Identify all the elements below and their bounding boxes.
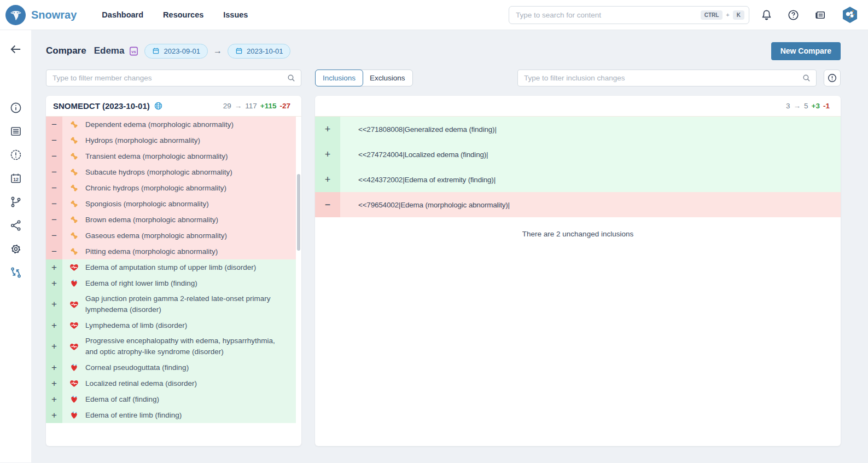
inclusion-change-label: <<79654002|Edema (morphologic abnormalit… (340, 192, 841, 217)
brand-name[interactable]: Snowray (31, 9, 77, 21)
member-change-label: Chronic hydrops (morphologic abnormality… (85, 180, 296, 196)
member-change-row[interactable]: − Subacute hydrops (morphologic abnormal… (46, 164, 296, 180)
change-sign: + (46, 391, 62, 407)
news-button[interactable] (814, 9, 826, 21)
sidebar-item-info[interactable] (9, 101, 22, 114)
bone-icon (62, 148, 85, 164)
help-button[interactable] (787, 9, 800, 21)
member-change-row[interactable]: − Dependent edema (morphologic abnormali… (46, 117, 296, 132)
sidebar-item-settings[interactable] (9, 242, 22, 256)
member-changes-panel: SNOMEDCT (2023-10-01) 29 → 117 +115 -27 (46, 96, 301, 446)
member-change-row[interactable]: + Progressive encephalopathy with edema,… (46, 333, 296, 360)
member-change-row[interactable]: + Gap junction protein gamma 2-related l… (46, 291, 296, 317)
compare-arrow: → (213, 46, 222, 56)
sidebar-item-share[interactable] (9, 219, 22, 232)
inclusion-change-row[interactable]: − <<79654002|Edema (morphologic abnormal… (315, 192, 841, 217)
member-stats: 29 → 117 +115 -27 (223, 102, 290, 110)
user-avatar[interactable] (841, 5, 859, 24)
inclusion-filter[interactable] (517, 70, 817, 86)
member-change-label: Pitting edema (morphologic abnormality) (85, 244, 296, 259)
inclusion-change-row[interactable]: + <<271808008|Generalized edema (finding… (315, 117, 841, 142)
member-change-row[interactable]: − Brown edema (morphologic abnormality) (46, 212, 296, 228)
sidebar-item-documents[interactable] (9, 125, 22, 138)
bone-icon (62, 164, 85, 180)
stat-removed: -27 (279, 102, 290, 110)
sidebar-item-issues[interactable] (9, 148, 22, 161)
tab-exclusions[interactable]: Exclusions (363, 70, 412, 86)
change-sign: + (46, 259, 62, 275)
member-change-row[interactable]: + Lymphedema of limb (disorder) (46, 317, 296, 333)
change-sign: + (46, 375, 62, 391)
change-sign: + (46, 291, 62, 317)
sidebar-item-compare[interactable] (9, 266, 22, 279)
globe-icon[interactable] (154, 101, 163, 111)
nav-link-dashboard[interactable]: Dashboard (102, 10, 143, 19)
member-change-row[interactable]: + Edema of right lower limb (finding) (46, 275, 296, 291)
scrollbar-thumb[interactable] (297, 174, 300, 251)
sidebar-item-calendar[interactable]: 12 (9, 172, 22, 185)
anatomical-heart-icon (62, 391, 85, 407)
member-change-label: Spongiosis (morphologic abnormality) (85, 196, 296, 212)
vs-icon: vs (129, 46, 139, 56)
date-to-label: 2023-10-01 (247, 47, 283, 55)
member-change-row[interactable]: − Chronic hydrops (morphologic abnormali… (46, 180, 296, 196)
calendar-icon (235, 47, 243, 55)
change-sign: + (46, 333, 62, 360)
member-change-row[interactable]: − Transient edema (morphologic abnormali… (46, 148, 296, 164)
search-icon (802, 73, 811, 83)
snowray-logo-icon[interactable] (5, 5, 26, 25)
stat-added: +3 (812, 102, 820, 110)
nav-link-resources[interactable]: Resources (163, 10, 203, 19)
question-circle-icon (787, 9, 800, 21)
member-change-row[interactable]: + Localized retinal edema (disorder) (46, 375, 296, 391)
stat-to: 5 (804, 102, 808, 110)
svg-text:vs: vs (132, 49, 136, 54)
inclusion-change-list: + <<271808008|Generalized edema (finding… (315, 117, 841, 217)
date-from-chip[interactable]: 2023-09-01 (144, 44, 208, 59)
inclusion-info-button[interactable] (824, 70, 841, 86)
member-change-label: Brown edema (morphologic abnormality) (85, 212, 296, 228)
gear-icon (9, 242, 22, 256)
change-sign: + (46, 317, 62, 333)
member-change-label: Dependent edema (morphologic abnormality… (85, 117, 296, 132)
member-change-row[interactable]: + Edema of calf (finding) (46, 391, 296, 407)
member-change-row[interactable]: + Corneal pseudoguttata (finding) (46, 360, 296, 375)
date-to-chip[interactable]: 2023-10-01 (228, 44, 291, 59)
heart-pulse-icon (62, 375, 85, 391)
inclusion-change-row[interactable]: + <<424372002|Edema of extremity (findin… (315, 167, 841, 192)
git-branch-icon (9, 195, 22, 209)
change-sign: + (315, 167, 340, 192)
back-button[interactable] (9, 42, 23, 56)
member-change-label: Edema of calf (finding) (85, 391, 296, 407)
change-sign: − (46, 244, 62, 259)
member-change-row[interactable]: − Spongiosis (morphologic abnormality) (46, 196, 296, 212)
inclusion-change-row[interactable]: + <<274724004|Localized edema (finding)| (315, 142, 841, 167)
tab-inclusions[interactable]: Inclusions (315, 70, 363, 86)
inclusion-stats: 3 → 5 +3 -1 (786, 102, 830, 110)
member-change-row[interactable]: − Gaseous edema (morphologic abnormality… (46, 228, 296, 244)
global-search-input[interactable] (516, 11, 697, 19)
change-sign: + (315, 117, 340, 142)
new-compare-button[interactable]: New Compare (771, 42, 841, 60)
bone-icon (62, 212, 85, 228)
notifications-button[interactable] (760, 9, 773, 21)
member-change-row[interactable]: + Edema of amputation stump of upper lim… (46, 259, 296, 275)
heart-pulse-icon (62, 259, 85, 275)
nav-link-issues[interactable]: Issues (223, 10, 248, 19)
member-filter-input[interactable] (53, 74, 287, 82)
inclusion-filter-input[interactable] (524, 74, 802, 82)
badge-exclamation-icon (9, 148, 22, 161)
bone-icon (62, 117, 85, 132)
member-change-row[interactable]: − Hydrops (morphologic abnormality) (46, 132, 296, 148)
bone-icon (62, 228, 85, 244)
global-search[interactable]: CTRL + K (509, 6, 749, 24)
member-filter[interactable] (46, 70, 301, 86)
inclusion-exclusion-tabs: Inclusions Exclusions (315, 70, 413, 86)
member-change-row[interactable]: − Pitting edema (morphologic abnormality… (46, 244, 296, 259)
member-filter-search-button[interactable] (287, 73, 296, 83)
inclusion-filter-search-button[interactable] (802, 73, 811, 83)
member-change-row[interactable]: + Edema of entire limb (finding) (46, 407, 296, 423)
bone-icon (62, 180, 85, 196)
sidebar-item-branches[interactable] (9, 195, 22, 209)
compare-subject: Edema (94, 45, 125, 56)
